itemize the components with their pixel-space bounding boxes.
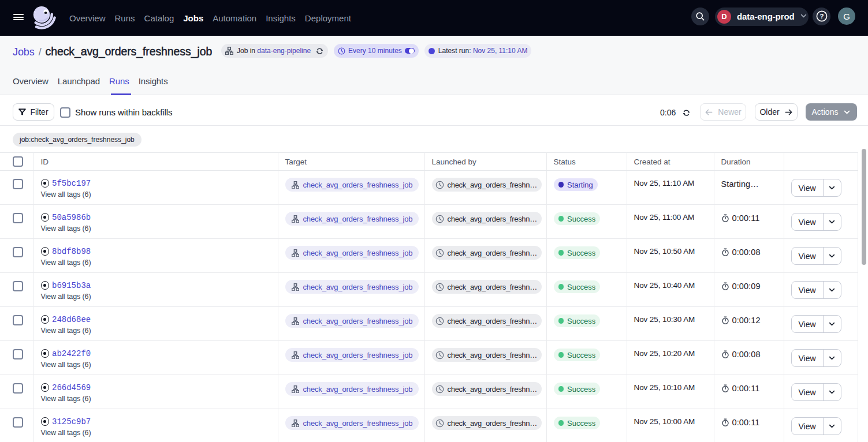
svg-text:?: ? [819, 13, 824, 20]
